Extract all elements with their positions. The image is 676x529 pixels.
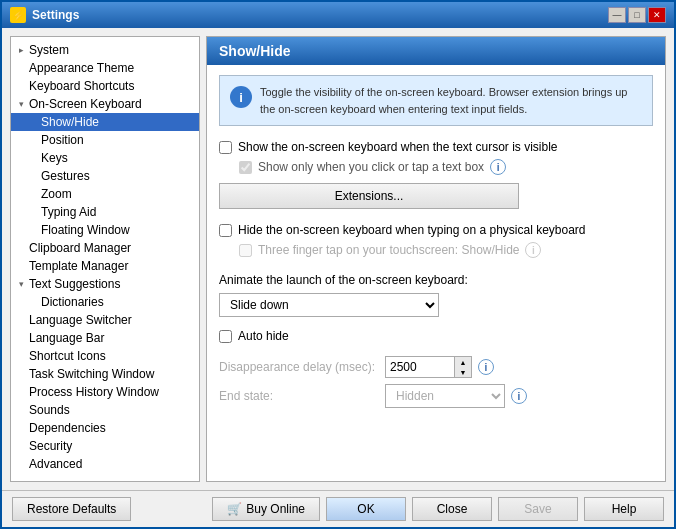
close-button[interactable]: ✕ <box>648 7 666 23</box>
sidebar-item-label: Template Manager <box>29 259 128 273</box>
show-only-click-row: Show only when you click or tap a text b… <box>239 159 653 175</box>
sidebar-item-label: Dictionaries <box>41 295 104 309</box>
expand-icon: ▸ <box>19 45 29 55</box>
sidebar-item-floating-window[interactable]: Floating Window <box>11 221 199 239</box>
sidebar: ▸ System Appearance Theme Keyboard Short… <box>10 36 200 482</box>
sidebar-item-label: Sounds <box>29 403 70 417</box>
three-finger-tap-checkbox[interactable] <box>239 244 252 257</box>
expand-icon: ▾ <box>19 279 29 289</box>
auto-hide-row: Auto hide <box>219 329 653 343</box>
sidebar-item-label: Security <box>29 439 72 453</box>
sidebar-item-label: Shortcut Icons <box>29 349 106 363</box>
hide-when-typing-row: Hide the on-screen keyboard when typing … <box>219 223 653 237</box>
hide-when-typing-checkbox[interactable] <box>219 224 232 237</box>
animate-select-row: Slide down Slide up Fade None <box>219 293 653 317</box>
disappearance-delay-input[interactable]: 2500 <box>385 356 455 378</box>
panel-header: Show/Hide <box>207 37 665 65</box>
disappearance-delay-row: Disappearance delay (msec): 2500 ▲ ▼ i <box>219 356 653 378</box>
cart-icon: 🛒 <box>227 502 242 516</box>
sidebar-item-label: Text Suggestions <box>29 277 120 291</box>
main-panel: Show/Hide i Toggle the visibility of the… <box>206 36 666 482</box>
sidebar-item-position[interactable]: Position <box>11 131 199 149</box>
three-finger-tap-label: Three finger tap on your touchscreen: Sh… <box>258 243 519 257</box>
sidebar-item-dictionaries[interactable]: Dictionaries <box>11 293 199 311</box>
expand-icon: ▾ <box>19 99 29 109</box>
app-icon: ⚡ <box>10 7 26 23</box>
sidebar-item-template-manager[interactable]: Template Manager <box>11 257 199 275</box>
spinbox-down-button[interactable]: ▼ <box>455 367 471 377</box>
extensions-button[interactable]: Extensions... <box>219 183 519 209</box>
sidebar-item-keyboard-shortcuts[interactable]: Keyboard Shortcuts <box>11 77 199 95</box>
show-only-click-checkbox[interactable] <box>239 161 252 174</box>
sidebar-item-show-hide[interactable]: Show/Hide <box>11 113 199 131</box>
sidebar-item-label: Keyboard Shortcuts <box>29 79 134 93</box>
sidebar-item-label: Typing Aid <box>41 205 96 219</box>
info-text: Toggle the visibility of the on-screen k… <box>260 84 642 117</box>
sidebar-item-process-history-window[interactable]: Process History Window <box>11 383 199 401</box>
animate-select[interactable]: Slide down Slide up Fade None <box>219 293 439 317</box>
sidebar-item-language-switcher[interactable]: Language Switcher <box>11 311 199 329</box>
end-state-label: End state: <box>219 389 379 403</box>
sidebar-item-on-screen-keyboard[interactable]: ▾ On-Screen Keyboard <box>11 95 199 113</box>
save-button[interactable]: Save <box>498 497 578 521</box>
close-button[interactable]: Close <box>412 497 492 521</box>
sidebar-item-dependencies[interactable]: Dependencies <box>11 419 199 437</box>
sidebar-item-label: Process History Window <box>29 385 159 399</box>
show-when-cursor-label: Show the on-screen keyboard when the tex… <box>238 140 558 154</box>
auto-hide-label: Auto hide <box>238 329 289 343</box>
panel-title: Show/Hide <box>219 43 291 59</box>
sidebar-item-task-switching-window[interactable]: Task Switching Window <box>11 365 199 383</box>
sidebar-item-gestures[interactable]: Gestures <box>11 167 199 185</box>
disappearance-delay-spinbox: 2500 ▲ ▼ <box>385 356 472 378</box>
maximize-button[interactable]: □ <box>628 7 646 23</box>
sidebar-item-text-suggestions[interactable]: ▾ Text Suggestions <box>11 275 199 293</box>
sidebar-item-advanced[interactable]: Advanced <box>11 455 199 473</box>
sidebar-item-system[interactable]: ▸ System <box>11 41 199 59</box>
sidebar-item-label: Language Switcher <box>29 313 132 327</box>
content-area: ▸ System Appearance Theme Keyboard Short… <box>2 28 674 490</box>
sidebar-item-label: Dependencies <box>29 421 106 435</box>
sidebar-item-label: Appearance Theme <box>29 61 134 75</box>
auto-hide-checkbox[interactable] <box>219 330 232 343</box>
show-only-click-info-icon[interactable]: i <box>490 159 506 175</box>
sidebar-item-label: Zoom <box>41 187 72 201</box>
sidebar-item-sounds[interactable]: Sounds <box>11 401 199 419</box>
spinbox-up-button[interactable]: ▲ <box>455 357 471 367</box>
sidebar-item-keys[interactable]: Keys <box>11 149 199 167</box>
sidebar-item-label: Position <box>41 133 84 147</box>
show-when-cursor-checkbox[interactable] <box>219 141 232 154</box>
info-box: i Toggle the visibility of the on-screen… <box>219 75 653 126</box>
end-state-row: End state: Hidden Minimized i <box>219 384 653 408</box>
ok-button[interactable]: OK <box>326 497 406 521</box>
sidebar-item-label: Clipboard Manager <box>29 241 131 255</box>
title-buttons: — □ ✕ <box>608 7 666 23</box>
buy-online-button[interactable]: 🛒 Buy Online <box>212 497 320 521</box>
three-finger-tap-info-icon: i <box>525 242 541 258</box>
sidebar-item-language-bar[interactable]: Language Bar <box>11 329 199 347</box>
sidebar-item-clipboard-manager[interactable]: Clipboard Manager <box>11 239 199 257</box>
hide-when-typing-label: Hide the on-screen keyboard when typing … <box>238 223 586 237</box>
sidebar-item-zoom[interactable]: Zoom <box>11 185 199 203</box>
sidebar-item-appearance[interactable]: Appearance Theme <box>11 59 199 77</box>
minimize-button[interactable]: — <box>608 7 626 23</box>
end-state-select[interactable]: Hidden Minimized <box>385 384 505 408</box>
help-button[interactable]: Help <box>584 497 664 521</box>
disappearance-delay-info-icon[interactable]: i <box>478 359 494 375</box>
sidebar-item-shortcut-icons[interactable]: Shortcut Icons <box>11 347 199 365</box>
info-icon: i <box>230 86 252 108</box>
sidebar-item-label: On-Screen Keyboard <box>29 97 142 111</box>
sidebar-item-label: Keys <box>41 151 68 165</box>
disappearance-delay-label: Disappearance delay (msec): <box>219 360 379 374</box>
footer-bar: Restore Defaults 🛒 Buy Online OK Close S… <box>2 490 674 527</box>
sidebar-item-label: Floating Window <box>41 223 130 237</box>
panel-body: i Toggle the visibility of the on-screen… <box>207 65 665 481</box>
sidebar-item-label: Task Switching Window <box>29 367 154 381</box>
window-title: Settings <box>32 8 79 22</box>
restore-defaults-button[interactable]: Restore Defaults <box>12 497 131 521</box>
sidebar-item-label: Gestures <box>41 169 90 183</box>
animate-label: Animate the launch of the on-screen keyb… <box>219 273 468 287</box>
sidebar-item-typing-aid[interactable]: Typing Aid <box>11 203 199 221</box>
sidebar-item-security[interactable]: Security <box>11 437 199 455</box>
end-state-info-icon[interactable]: i <box>511 388 527 404</box>
show-only-click-label: Show only when you click or tap a text b… <box>258 160 484 174</box>
